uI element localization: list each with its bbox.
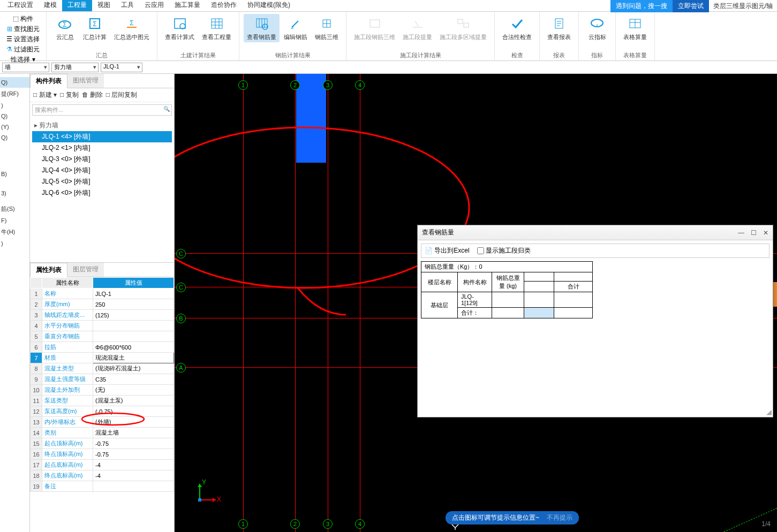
promo-layer[interactable]: 类层三维显示图元/轴 — [709, 0, 777, 12]
tab-jm[interactable]: 建模 — [39, 0, 62, 11]
prop-value[interactable]: -4 — [93, 460, 174, 470]
nav-stub-item[interactable]: (Y) — [0, 121, 29, 132]
tab-xt[interactable]: 协同建模(限免) — [242, 0, 296, 11]
prop-value[interactable] — [93, 481, 174, 492]
btn-copy[interactable]: □ 复制 — [60, 90, 79, 100]
nav-stub-item[interactable]: Q) — [0, 111, 29, 121]
prop-value[interactable]: -4 — [93, 470, 174, 481]
filter-category[interactable]: 墙 — [2, 63, 49, 72]
tab-gj[interactable]: 工具 — [116, 0, 139, 11]
prop-value[interactable]: C35 — [93, 374, 174, 385]
search-input[interactable]: 搜索构件... — [32, 104, 172, 116]
prop-value[interactable]: (125) — [93, 310, 174, 321]
nav-stub-item[interactable]: F) — [0, 215, 29, 226]
btn-view-qty[interactable]: 查看工程量 — [199, 14, 235, 42]
hint-dismiss[interactable]: 不再提示 — [547, 513, 572, 522]
tab-drawing-mgmt[interactable]: 图纸管理 — [67, 74, 104, 88]
tree-item[interactable]: JLQ-4 <0> [外墙] — [32, 165, 172, 176]
nav-stub-item[interactable]: 筋(S) — [0, 203, 29, 215]
maximize-icon[interactable]: ☐ — [751, 229, 757, 237]
prop-value[interactable] — [93, 331, 174, 342]
tab-component-list[interactable]: 构件列表 — [30, 74, 67, 88]
btn-table-calc[interactable]: 表格算量 — [620, 14, 650, 42]
nav-stub-item[interactable] — [0, 184, 29, 188]
minimize-icon[interactable]: — — [738, 229, 744, 237]
tree-item[interactable]: JLQ-1 <4> [外墙] — [32, 131, 172, 142]
close-icon[interactable]: ✕ — [763, 229, 768, 237]
drawing-canvas[interactable]: 1 2 3 4 C C B A 1 2 3 4 Y X 查看钢筋量 — — [175, 74, 777, 532]
nav-stub-item[interactable]: 提(RF) — [0, 88, 29, 100]
prop-value[interactable]: -0.75 — [93, 449, 174, 460]
nav-stub-item[interactable]: Q) — [0, 77, 29, 88]
sel-set[interactable]: ☰设置选择 — [4, 34, 42, 44]
btn-report[interactable]: 查看报表 — [544, 14, 574, 42]
tab-sg[interactable]: 施工算量NEW — [169, 0, 206, 11]
filter-name[interactable]: JLQ-1 — [101, 63, 142, 72]
tree-head[interactable]: ▸ 剪力墙 — [32, 120, 172, 131]
prop-value[interactable]: 250 — [93, 299, 174, 310]
prop-value[interactable]: (混凝土泵) — [93, 396, 174, 406]
prop-value[interactable]: (现浇碎石混凝土) — [93, 363, 174, 374]
prop-value[interactable]: JLQ-1 — [93, 288, 174, 299]
tab-zj[interactable]: 造价协作 — [206, 0, 242, 11]
tree-item[interactable]: JLQ-6 <0> [外墙] — [32, 187, 172, 199]
btn-sum-calc[interactable]: Σ汇总计算 — [80, 14, 110, 42]
sel-find[interactable]: ⊞查找图元 — [4, 24, 42, 34]
btn-rebar-3d[interactable]: 钢筋三维 — [312, 14, 342, 42]
sel-filter[interactable]: ⚗过滤图元 — [4, 44, 42, 54]
nav-stub-item[interactable]: 牛(H) — [0, 226, 29, 238]
tab-layer-mgmt[interactable]: 图层管理 — [67, 263, 104, 277]
btn-view-rebar[interactable]: 查看钢筋量 — [244, 14, 280, 42]
resize-grip-icon[interactable]: ◢ — [766, 408, 772, 416]
sel-component[interactable]: ⬚构件 — [4, 14, 42, 24]
promo-try[interactable]: 立即尝试 — [673, 0, 709, 12]
btn-sum-sel[interactable]: Σ汇总选中图元 — [111, 14, 153, 42]
property-table[interactable]: 属性名称 属性值 1名称JLQ-12厚度(mm)2503轴线距左墙皮...(12… — [30, 277, 174, 492]
prop-value[interactable]: (外墙) — [93, 417, 174, 428]
prop-value[interactable]: (-0.75) — [93, 406, 174, 417]
nav-stub-item[interactable] — [0, 147, 29, 151]
nav-stub-item[interactable] — [0, 151, 29, 156]
prop-value[interactable]: 混凝土墙 — [93, 428, 174, 438]
prop-value[interactable]: Φ6@600*600 — [93, 342, 174, 353]
nav-stub-item[interactable] — [0, 156, 29, 160]
tab-properties[interactable]: 属性列表 — [30, 263, 67, 277]
nav-stub-item[interactable] — [0, 179, 29, 184]
prop-value[interactable] — [93, 321, 174, 331]
promo-search[interactable]: 遇到问题，搜一搜 — [610, 0, 673, 12]
btn-delete[interactable]: 🗑 删除 — [82, 90, 103, 100]
prop-value[interactable]: -0.75 — [93, 438, 174, 449]
btn-edit-rebar[interactable]: 编辑钢筋 — [281, 14, 311, 42]
tab-yy[interactable]: 云应用 — [139, 0, 169, 11]
prop-value[interactable]: (无) — [93, 385, 174, 396]
btn-new[interactable]: □ 新建 ▾ — [33, 90, 57, 100]
btn-layer-copy[interactable]: □ 层间复制 — [106, 90, 138, 100]
nav-stub-item[interactable]: ) — [0, 238, 29, 249]
prop-row-num: 3 — [31, 310, 42, 321]
tab-gcl[interactable]: 工程量 — [62, 0, 92, 11]
btn-cloud-metric[interactable]: 云指标 — [583, 14, 611, 42]
btn-validate[interactable]: 合法性检查 — [499, 14, 535, 42]
tree-item[interactable]: JLQ-5 <0> [外墙] — [32, 176, 172, 187]
nav-stub-item[interactable] — [0, 160, 29, 164]
prop-value[interactable]: 现浇混凝土 — [93, 353, 174, 363]
filter-type[interactable]: 剪力墙 — [51, 63, 99, 72]
tab-st[interactable]: 视图 — [92, 0, 116, 11]
chk-show-segment[interactable]: 显示施工段归类 — [477, 246, 531, 255]
nav-stub-item[interactable] — [0, 199, 29, 203]
nav-stub-item[interactable] — [0, 164, 29, 169]
nav-stub-item[interactable]: B) — [0, 169, 29, 179]
btn-view-calc[interactable]: 查看计算式 — [162, 14, 198, 42]
btn-cloud-sum[interactable]: Σ云汇总 — [51, 14, 79, 42]
nav-stub-item[interactable]: ) — [0, 100, 29, 111]
tree-item[interactable]: JLQ-3 <0> [外墙] — [32, 154, 172, 165]
wall-element[interactable] — [296, 74, 326, 163]
hint-arrow-icon[interactable] — [451, 523, 459, 531]
tab-gcsz[interactable]: 工程设置 — [2, 0, 39, 11]
nav-stub-item[interactable] — [0, 143, 29, 147]
btn-export-excel[interactable]: 📄 导出到Excel — [425, 246, 470, 255]
tree-item[interactable]: JLQ-2 <1> [内墙] — [32, 142, 172, 154]
nav-stub-item[interactable]: 3) — [0, 188, 29, 199]
nav-stub-item[interactable]: Q) — [0, 132, 29, 143]
rebar-table[interactable]: 钢筋总重量（Kg）：0 楼层名称 构件名称 钢筋总重量 (kg) 合计 基础层J… — [421, 261, 593, 318]
